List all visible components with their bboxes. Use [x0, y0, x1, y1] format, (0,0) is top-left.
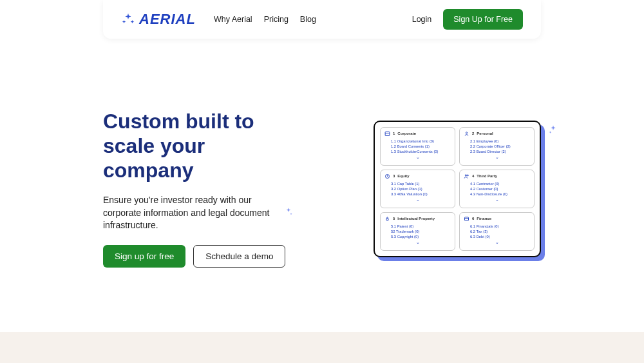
cell-number: 1 — [393, 132, 395, 135]
folder-icon — [384, 173, 390, 179]
brand-logo[interactable]: AERIAL — [121, 11, 196, 28]
dataroom-cell: 1Corporate1.1 Organizational Info (0)1.2… — [380, 127, 455, 166]
svg-point-1 — [466, 132, 467, 133]
cell-item: 1.2 Board Consents (1) — [391, 144, 451, 148]
hero-title: Custom built to scale your company — [103, 110, 290, 182]
chevron-down-icon: ⌄ — [384, 197, 451, 202]
cell-number: 5 — [393, 217, 395, 221]
cell-number: 4 — [472, 174, 474, 178]
cell-item: 3.2 Option Plan (1) — [391, 187, 451, 191]
cell-item: 4.3 Non-Disclosure (0) — [470, 192, 530, 196]
svg-rect-0 — [385, 132, 390, 135]
cell-number: 6 — [472, 217, 474, 221]
chevron-down-icon: ⌄ — [384, 240, 451, 245]
sparkle-icon — [283, 207, 294, 220]
cell-item: 6.1 Financials (0) — [470, 224, 530, 228]
cell-title: Personal — [477, 132, 493, 135]
cell-item: 2.2 Corporate Officer (2) — [470, 144, 530, 148]
folder-icon — [464, 131, 469, 137]
cell-title: Equity — [397, 174, 409, 178]
cell-item: 5.3 Copyright (0) — [391, 235, 451, 239]
folder-icon — [384, 131, 390, 137]
sparkle-icon — [547, 124, 559, 139]
chevron-down-icon: ⌄ — [464, 197, 530, 202]
cell-item: 2.1 Employee (0) — [470, 139, 530, 143]
cell-item: 5.1 Patent (0) — [391, 224, 451, 228]
cell-title: Intellectual Property — [397, 217, 435, 221]
cell-number: 2 — [472, 132, 474, 135]
cell-title: Corporate — [397, 132, 416, 135]
cell-item: 6.2 Tax (3) — [470, 230, 530, 233]
nav-link-pricing[interactable]: Pricing — [264, 15, 289, 24]
nav-links: Why Aerial Pricing Blog — [214, 15, 316, 24]
signup-button-header[interactable]: Sign Up for Free — [443, 9, 523, 30]
cell-item: 4.1 Contractor (0) — [470, 182, 530, 186]
chevron-down-icon: ⌄ — [464, 240, 530, 245]
folder-icon — [464, 173, 469, 179]
nav-link-why[interactable]: Why Aerial — [214, 15, 252, 24]
hero-section: Custom built to scale your company Ensur… — [103, 39, 541, 306]
svg-point-4 — [467, 175, 468, 176]
chevron-down-icon: ⌄ — [464, 155, 530, 160]
svg-rect-6 — [465, 217, 469, 220]
cell-item: 6.3 Debt (0) — [470, 235, 530, 239]
cell-item: 2.3 Board Director (2) — [470, 150, 530, 153]
signup-button-hero[interactable]: Sign up for free — [103, 245, 185, 268]
cell-item: 3.3 409a Valuation (0) — [391, 192, 451, 196]
schedule-demo-button[interactable]: Schedule a demo — [193, 245, 285, 268]
folder-icon — [384, 216, 390, 222]
navbar: AERIAL Why Aerial Pricing Blog Login Sig… — [103, 0, 541, 39]
svg-rect-5 — [386, 218, 388, 220]
sparkle-icon — [121, 12, 135, 26]
chevron-down-icon: ⌄ — [384, 155, 451, 160]
svg-point-3 — [465, 174, 466, 175]
dataroom-cell: 2Personal2.1 Employee (0)2.2 Corporate O… — [459, 127, 535, 166]
cell-item: 3.1 Cap Table (1) — [391, 182, 451, 186]
brand-name: AERIAL — [139, 11, 196, 28]
hero-subtitle: Ensure you're investor ready with our co… — [103, 194, 290, 232]
cell-title: Finance — [477, 217, 491, 221]
cell-item: 1.3 StockholderConsents (0) — [391, 150, 451, 153]
login-link[interactable]: Login — [412, 15, 432, 24]
nav-link-blog[interactable]: Blog — [300, 15, 316, 24]
dataroom-preview: 1Corporate1.1 Organizational Info (0)1.2… — [374, 121, 541, 257]
dataroom-cell: 4Third Party4.1 Contractor (0)4.2 Custom… — [459, 170, 535, 208]
folder-icon — [464, 216, 469, 222]
cell-item: 4.2 Customer (0) — [470, 187, 530, 191]
cell-title: Third Party — [477, 174, 497, 178]
dataroom-cell: 5Intellectual Property5.1 Patent (0)52 T… — [380, 212, 455, 251]
cell-number: 3 — [393, 174, 395, 178]
cell-item: 52 Trademark (0) — [391, 230, 451, 233]
cell-item: 1.1 Organizational Info (0) — [391, 139, 451, 143]
dataroom-cell: 6Finance6.1 Financials (0)6.2 Tax (3)6.3… — [459, 212, 535, 251]
dataroom-cell: 3Equity3.1 Cap Table (1)3.2 Option Plan … — [380, 170, 455, 208]
section-dataroom-intro: A data room structured for startups, cre… — [0, 332, 644, 363]
